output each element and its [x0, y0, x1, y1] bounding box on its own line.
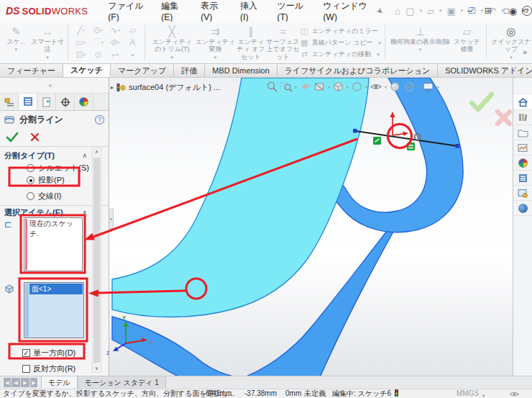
view-settings-dropdown-icon[interactable]: ▾ [437, 84, 439, 89]
motion-study-tab[interactable]: モーション スタディ 1 [78, 376, 166, 389]
face-selection-list[interactable]: 面<1> [24, 282, 84, 338]
display-style-dropdown-icon[interactable]: ▾ [365, 84, 367, 89]
section-view-icon[interactable] [313, 81, 326, 93]
hide-show-items-icon[interactable] [370, 81, 382, 93]
zoom-dropdown-icon[interactable]: ▾ [295, 84, 297, 89]
view-settings-icon[interactable] [422, 81, 435, 93]
line-tool-icon[interactable]: ╱▾ [72, 24, 89, 37]
move-entities-button[interactable]: ⇄ エンティティの移動 ▾ [300, 50, 381, 59]
appearances-icon[interactable] [389, 81, 401, 93]
tab-feature-manager[interactable] [0, 94, 19, 110]
scroll-up-icon[interactable]: ∧ [93, 149, 101, 155]
face-list-item-selected[interactable]: 面<1> [29, 284, 83, 294]
hide-show-dropdown-icon[interactable]: ▾ [385, 84, 387, 89]
scroll-down-icon[interactable]: ∨ [93, 366, 101, 371]
tab-lifecycle[interactable]: ライフサイクルおよびコラボレーション [278, 63, 438, 77]
display-relations-button[interactable]: ⊥ 幾何拘束の表示/削除 ▾ [389, 24, 451, 53]
resources-tab[interactable] [513, 95, 532, 110]
units-dropdown-icon[interactable]: ▴ [482, 391, 485, 398]
next-tab-icon[interactable]: ▶ [21, 378, 29, 387]
sketch-dropdown-icon[interactable]: ▾ [15, 47, 18, 53]
new-dropdown-icon[interactable]: ▾ [419, 8, 422, 14]
menu-view[interactable]: 表示(V) [199, 0, 224, 24]
intersection-radio[interactable] [27, 192, 35, 200]
split-type-collapse-icon[interactable]: ∧ [82, 149, 87, 162]
sketch-selection-field[interactable]: 現在のスケッチ. [24, 217, 83, 271]
feature-tree-flyout-icon[interactable]: ▸ [111, 84, 114, 91]
plane-tool-icon[interactable]: ▱ [124, 24, 141, 37]
selections-collapse-icon[interactable]: ∧ [82, 206, 87, 219]
ok-button[interactable] [6, 132, 19, 143]
trim-dropdown-icon[interactable]: ▾ [171, 55, 174, 60]
tab-display-manager[interactable] [75, 94, 93, 110]
save-icon[interactable]: ▣ [447, 6, 456, 17]
open-dropdown-icon[interactable]: ▾ [439, 8, 442, 14]
file-explorer-tab[interactable] [513, 125, 532, 140]
restore-button[interactable]: ⊞ [485, 6, 492, 16]
tab-dimxpert-manager[interactable] [56, 94, 75, 110]
maximize-button[interactable]: □ [504, 6, 509, 16]
menu-file[interactable]: ファイル(F) [106, 0, 145, 24]
mirror-entities-button[interactable]: ◫ エンティティのミラー [300, 27, 381, 36]
rectangle-tool-icon[interactable]: ▭▾ [72, 37, 89, 49]
single-direction-row[interactable]: ✓ 単一方向(D) [22, 348, 75, 358]
new-file-icon[interactable]: ▢ [405, 6, 414, 17]
convert-entities-button[interactable]: ⇉ エンティティ変換 ▾ [195, 24, 235, 60]
fillet-tool-icon[interactable]: ⌐▾ [106, 49, 124, 61]
arc-tool-icon[interactable]: ⌒▾ [89, 37, 106, 49]
tab-property-manager[interactable] [19, 94, 37, 110]
relations-dropdown-icon[interactable]: ▾ [419, 47, 422, 53]
scrollbar-thumb[interactable] [93, 158, 100, 363]
tab-configuration-manager[interactable] [37, 94, 56, 110]
smart-dimension-button[interactable]: ↔ スマート寸法 ▾ [31, 24, 65, 60]
tab-evaluate[interactable]: 評価 [174, 63, 205, 77]
view-orientation-icon[interactable] [332, 81, 344, 93]
small-point-icon[interactable]: ▪ [124, 49, 141, 61]
save-dropdown-icon[interactable]: ▾ [461, 8, 464, 14]
tab-features[interactable]: フィーチャー [0, 63, 63, 77]
last-tab-icon[interactable]: ▶ [30, 378, 39, 387]
tab-mbd-dimension[interactable]: MBD Dimension [205, 63, 277, 77]
menu-edit[interactable]: 編集(E) [160, 0, 185, 24]
trim-entities-button[interactable]: ╳ エンティティのトリム(T) ▾ [149, 24, 195, 60]
ribbon-overflow-icon[interactable]: » [523, 48, 527, 56]
document-title[interactable]: surface04 (デフォルト) ... [129, 82, 220, 93]
view-palette-tab[interactable] [513, 140, 532, 155]
pattern-dropdown-icon[interactable]: ▾ [378, 40, 381, 46]
quicksnap-dropdown-icon[interactable]: ▾ [510, 55, 513, 60]
scene-icon[interactable] [403, 81, 416, 93]
model-tab[interactable]: モデル [41, 376, 78, 389]
pm-help-icon[interactable]: ? [95, 115, 104, 125]
dimension-tool-icon[interactable]: ⊡▾ [72, 49, 89, 61]
move-dropdown-icon[interactable]: ▾ [377, 52, 380, 58]
zoom-fit-icon[interactable] [266, 81, 278, 93]
surface-offset-button[interactable]: ≈ サーフェス上でオフセット [266, 24, 300, 60]
scene-dropdown-icon[interactable]: ▾ [418, 84, 420, 89]
section-dropdown-icon[interactable]: ▾ [328, 84, 330, 89]
viewport-splitter-tab[interactable] [109, 209, 114, 229]
convert-dropdown-icon[interactable]: ▾ [214, 55, 217, 60]
single-direction-checkbox[interactable]: ✓ [22, 349, 30, 357]
graphics-area[interactable]: ▸ surface04 (デフォルト) ... ▾ ▾ ▾ ▾ ▾ ▾ [109, 78, 513, 376]
reverse-direction-row[interactable]: 反対方向(R) [22, 363, 75, 374]
menu-insert[interactable]: 挿入(I) [239, 0, 261, 24]
close-button[interactable]: × [521, 6, 526, 16]
tab-sketch[interactable]: スケッチ [63, 63, 111, 77]
home-icon[interactable]: ⌂ [395, 6, 400, 17]
minimize-button[interactable]: – [467, 6, 472, 16]
custom-properties-tab[interactable] [513, 171, 532, 186]
repair-sketch-button[interactable]: ▱ スケッチ修復 [451, 24, 482, 53]
status-eye-icon[interactable] [509, 390, 520, 398]
first-tab-icon[interactable]: ◀ [2, 378, 11, 387]
projection-radio[interactable] [27, 176, 35, 184]
tab-markup[interactable]: マークアップ [111, 63, 174, 77]
panel-scrollbar[interactable]: ∧ ∨ [92, 148, 101, 373]
linear-pattern-button[interactable]: ▦ 直線パターン コピー ▾ [300, 38, 381, 48]
open-file-icon[interactable]: ▱ [427, 6, 434, 17]
ellipse-tool-icon[interactable]: ⊘▾ [106, 37, 124, 49]
tab-addins[interactable]: SOLIDWORKS アドイン [438, 63, 532, 77]
pin-menu-icon[interactable]: ➤ [375, 5, 385, 17]
text-tool-icon[interactable]: A [124, 37, 141, 49]
orientation-dropdown-icon[interactable]: ▾ [347, 84, 349, 89]
previous-view-icon[interactable] [299, 81, 311, 93]
